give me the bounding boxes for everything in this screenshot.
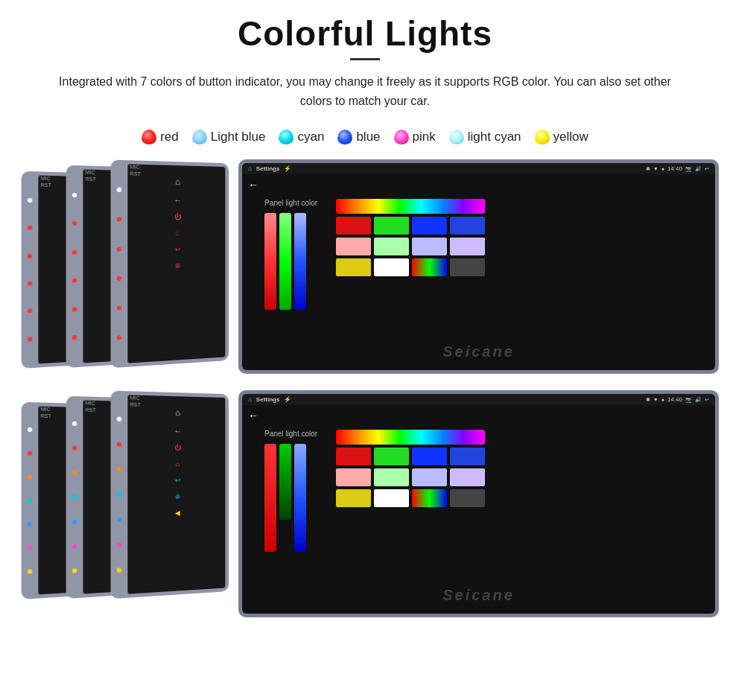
description: Integrated with 7 colors of button indic… xyxy=(22,72,708,122)
rst-label-2b: RST xyxy=(86,407,96,413)
rainbow-bar-bottom xyxy=(336,430,485,445)
color-item-red: red xyxy=(142,130,179,144)
home-icon-bottom: ⌂ xyxy=(248,396,252,403)
small-device-1: ⌂ ← ⏻ ⌂ ↩ ⊕ MIC RST xyxy=(111,160,229,369)
rst-label-3: RST xyxy=(41,182,51,188)
mic-label-1b: MIC xyxy=(130,395,139,401)
btn-bar-1b xyxy=(113,406,126,583)
btn-bar-2 xyxy=(69,181,81,353)
swatch-dark[interactable] xyxy=(450,258,485,276)
swatch-red[interactable] xyxy=(336,217,371,235)
color-bars-top xyxy=(264,213,317,310)
settings-label-bottom: Settings xyxy=(256,396,280,403)
rainbow-bar-top xyxy=(336,199,485,214)
btn-bar-2b xyxy=(69,412,81,584)
color-bars-bottom xyxy=(264,444,317,552)
lightblue-bulb-icon xyxy=(192,130,207,144)
lightcyan-bulb-icon xyxy=(449,130,464,144)
page-title: Colorful Lights xyxy=(0,0,730,58)
bar-red xyxy=(264,213,276,310)
swatches-section-bottom xyxy=(336,430,485,552)
rst-label-3b: RST xyxy=(41,413,51,419)
home-icon-top: ⌂ xyxy=(248,165,252,172)
cam-icon: 📷 xyxy=(685,166,692,172)
usb-icon-top: ⚡ xyxy=(284,165,291,172)
swatch-pink[interactable] xyxy=(336,238,371,255)
bar-green xyxy=(279,213,291,310)
yellow-bulb-icon xyxy=(535,130,550,144)
status-bar-bottom: ⌂ Settings ⚡ ✱ ▼ ● 14:40 📷 🔊 ↩ xyxy=(242,394,715,405)
swatch-lightgreen[interactable] xyxy=(374,238,409,255)
bar-blue xyxy=(294,213,306,310)
main-device-bottom: ⌂ Settings ⚡ ✱ ▼ ● 14:40 📷 🔊 ↩ ← xyxy=(238,390,719,617)
small-screen-1b: ⌂ ← ⏻ ⌂ ↩ ⊕ ◀ xyxy=(127,395,225,594)
bar-blue-b xyxy=(294,444,306,552)
rst-label-2: RST xyxy=(86,176,96,182)
content-bottom: Panel light color xyxy=(242,426,715,556)
swatch-row-2b xyxy=(336,468,485,486)
swatches-section-top xyxy=(336,199,485,310)
btn-bar-1 xyxy=(113,175,126,352)
bar-green-b xyxy=(279,444,291,520)
swatch-darkblue[interactable] xyxy=(450,217,485,235)
swatch-violet[interactable] xyxy=(450,238,485,255)
back-arrow-top[interactable]: ← xyxy=(242,174,715,195)
content-top: Panel light color xyxy=(242,195,715,314)
swatch-lavender[interactable] xyxy=(412,238,447,255)
swatch-row-2 xyxy=(336,238,485,255)
back-icon[interactable]: ↩ xyxy=(705,166,709,172)
signal-icon: ▼ xyxy=(653,166,658,171)
main-device-top: ⌂ Settings ⚡ ✱ ▼ ● 14:40 📷 🔊 ↩ ← xyxy=(238,159,719,374)
swatch-row-1 xyxy=(336,217,485,235)
swatch-white[interactable] xyxy=(374,258,409,276)
swatch-yellow[interactable] xyxy=(336,258,371,276)
panel-section: Panel light color xyxy=(264,199,317,310)
bar-red-b xyxy=(264,444,276,552)
mic-label-3b: MIC xyxy=(41,407,51,412)
pink-bulb-icon xyxy=(394,130,409,144)
color-item-pink: pink xyxy=(394,130,436,144)
cyan-bulb-icon xyxy=(279,130,293,144)
small-nav-1: ⌂ ← ⏻ ⌂ ↩ ⊕ xyxy=(127,165,225,274)
status-bar-top: ⌂ Settings ⚡ ✱ ▼ ● 14:40 📷 🔊 ↩ xyxy=(242,163,715,174)
back-arrow-bottom[interactable]: ← xyxy=(242,405,715,426)
color-item-cyan: cyan xyxy=(279,130,324,144)
main-screen-top: ⌂ Settings ⚡ ✱ ▼ ● 14:40 📷 🔊 ↩ ← xyxy=(242,163,715,370)
swatch-green[interactable] xyxy=(374,217,409,235)
swatch-row-3b xyxy=(336,489,485,507)
time-display-bottom: 14:40 xyxy=(667,396,682,403)
mic-label-2b: MIC xyxy=(86,401,95,406)
mic-label-3: MIC xyxy=(41,176,51,181)
btn-bar-3b xyxy=(24,418,36,585)
usb-icon-bottom: ⚡ xyxy=(284,396,291,403)
settings-label-top: Settings xyxy=(256,165,280,172)
rst-label-1b: RST xyxy=(130,402,140,407)
swatch-rainbow[interactable] xyxy=(412,258,447,276)
swatch-blue[interactable] xyxy=(412,217,447,235)
panel-label-bottom: Panel light color xyxy=(264,430,317,438)
color-labels-row: red Light blue cyan blue pink light cyan… xyxy=(0,122,730,158)
small-screen-1: ⌂ ← ⏻ ⌂ ↩ ⊕ xyxy=(127,165,225,363)
color-item-yellow: yellow xyxy=(535,130,588,144)
wifi-icon: ● xyxy=(661,166,664,171)
bt-icon: ✱ xyxy=(646,166,650,172)
bottom-device-group: ⌂ ← ⏻ ⌂ ↩ ⊕ ◀ MIC RST ⌂ ← ⏻ xyxy=(7,389,723,626)
mic-label-1: MIC xyxy=(130,165,139,170)
swatch-row-1b xyxy=(336,448,485,465)
blue-bulb-icon xyxy=(337,130,352,144)
panel-section-bottom: Panel light color xyxy=(264,430,317,552)
watermark-bottom: Seicane xyxy=(442,587,515,604)
main-screen-bottom: ⌂ Settings ⚡ ✱ ▼ ● 14:40 📷 🔊 ↩ ← xyxy=(242,394,715,614)
top-device-group: ⌂ ← ⏻ ⌂ ↩ ⊕ MIC RST ⌂ ← ⏻ ⌂ xyxy=(7,158,723,381)
small-device-1b: ⌂ ← ⏻ ⌂ ↩ ⊕ ◀ MIC RST xyxy=(111,391,229,599)
rst-label-1: RST xyxy=(130,171,140,176)
watermark-top: Seicane xyxy=(442,343,515,360)
mic-label-2: MIC xyxy=(86,170,95,175)
red-bulb-icon xyxy=(142,130,156,144)
color-item-blue: blue xyxy=(337,130,380,144)
btn-bar-3 xyxy=(24,187,36,354)
time-display: 14:40 xyxy=(667,165,682,172)
panel-label-top: Panel light color xyxy=(264,199,317,207)
swatch-row-3 xyxy=(336,258,485,276)
color-item-lightblue: Light blue xyxy=(192,130,266,144)
